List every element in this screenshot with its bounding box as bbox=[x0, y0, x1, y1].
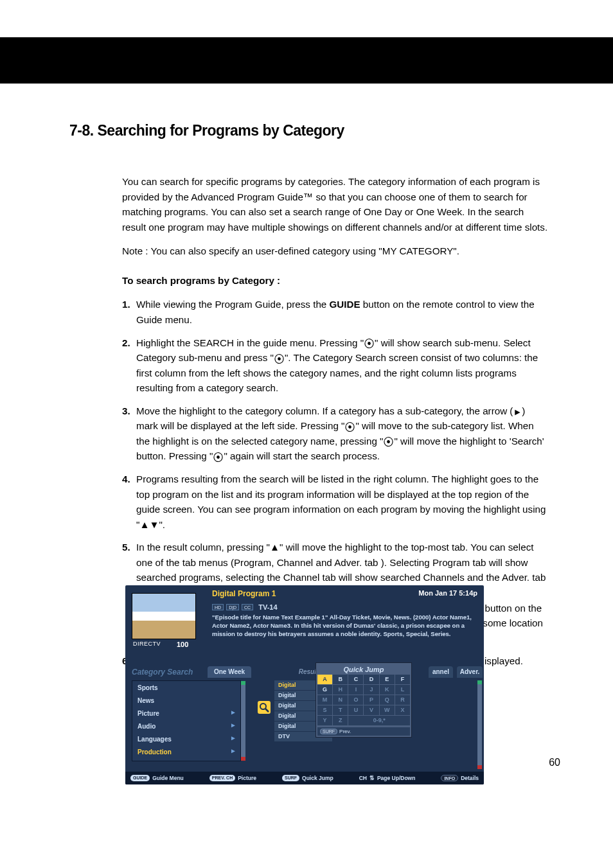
step-number: 5. bbox=[122, 540, 130, 555]
audio-badge: D|D bbox=[226, 604, 239, 610]
hint-quickjump: SURFQuick Jump bbox=[282, 775, 333, 781]
qj-key[interactable]: D bbox=[364, 675, 378, 684]
qj-key[interactable]: N bbox=[333, 695, 348, 705]
cc-badge: CC bbox=[242, 604, 253, 610]
category-list[interactable]: Sports News Picture► Audio► Languages► P… bbox=[132, 680, 241, 761]
qj-key[interactable]: H bbox=[333, 685, 348, 695]
list-item[interactable]: Audio► bbox=[132, 720, 240, 732]
quick-jump-title: Quick Jump bbox=[317, 664, 410, 675]
step-4: 4. Programs resulting from the search wi… bbox=[122, 472, 549, 532]
list-item[interactable]: Languages► bbox=[132, 732, 240, 745]
hd-badge: HD bbox=[212, 604, 224, 610]
qj-key[interactable]: S bbox=[317, 705, 332, 715]
qj-key[interactable]: G bbox=[317, 685, 332, 695]
scrollbar[interactable] bbox=[477, 680, 482, 769]
procedure-subheading: To search programs by Category : bbox=[122, 273, 549, 288]
current-time: Mon Jan 17 5:14p bbox=[418, 589, 477, 597]
step-number: 4. bbox=[122, 472, 130, 487]
quick-jump-prev[interactable]: SURFPrev. bbox=[317, 727, 410, 736]
quick-jump-popup: Quick Jump A B C D E F G H I J K L M N O… bbox=[315, 662, 412, 738]
tv-info-panel: DIRECTV 100 Digital Program 1 Mon Jan 17… bbox=[125, 585, 484, 662]
select-icon: ⦿ bbox=[274, 354, 285, 365]
list-item[interactable]: Sports bbox=[132, 681, 240, 694]
updown-icon: ⇅ bbox=[369, 775, 375, 781]
section-heading: 7-8. Searching for Programs by Category bbox=[69, 122, 549, 139]
rating-label: TV-14 bbox=[258, 603, 277, 611]
qj-key[interactable]: C bbox=[348, 675, 363, 684]
intro-paragraph: You can search for specific programs by … bbox=[122, 174, 549, 235]
note-paragraph: Note : You can also specify an user-defi… bbox=[122, 244, 549, 259]
search-icon bbox=[258, 701, 271, 714]
qj-key-numeric[interactable]: 0-9,* bbox=[348, 716, 410, 725]
hint-picture: PREV. CHPicture bbox=[209, 775, 256, 781]
step-3: 3. Move the highlight to the category co… bbox=[122, 403, 549, 464]
qj-key[interactable]: Z bbox=[333, 716, 348, 725]
select-icon: ⦿ bbox=[364, 339, 375, 350]
qj-key[interactable]: U bbox=[348, 705, 363, 715]
scrollbar[interactable] bbox=[241, 681, 245, 761]
list-item[interactable]: Picture► bbox=[132, 707, 240, 720]
qj-key[interactable]: W bbox=[380, 705, 395, 715]
program-title: Digital Program 1 bbox=[212, 589, 276, 598]
submenu-arrow-icon: ► bbox=[230, 734, 236, 741]
qj-key[interactable]: K bbox=[380, 685, 395, 695]
header-black-band bbox=[0, 37, 613, 84]
qj-key[interactable]: V bbox=[364, 705, 378, 715]
tv-hint-bar: GUIDEGuide Menu PREV. CHPicture SURFQuic… bbox=[125, 772, 484, 784]
category-search-label: Category Search bbox=[132, 668, 193, 677]
search-button[interactable] bbox=[258, 701, 271, 714]
section-number: 7-8. bbox=[69, 122, 94, 139]
channel-logo bbox=[132, 593, 196, 639]
step-1: 1. While viewing the Program Guide, pres… bbox=[122, 297, 549, 327]
logo-brand: DIRECTV bbox=[133, 641, 161, 647]
list-item[interactable]: Production► bbox=[132, 745, 240, 758]
program-badges: HD D|D CC TV-14 bbox=[212, 603, 278, 611]
tv-search-area: Category Search One Week Result annel Ad… bbox=[125, 662, 484, 772]
submenu-arrow-icon: ► bbox=[230, 722, 236, 729]
qj-key[interactable]: O bbox=[348, 695, 363, 705]
list-item[interactable]: News bbox=[132, 694, 240, 707]
right-arrow-icon: ► bbox=[513, 407, 522, 416]
step-number: 3. bbox=[122, 403, 130, 419]
svg-point-0 bbox=[260, 704, 266, 709]
submenu-arrow-icon: ► bbox=[230, 747, 236, 754]
hint-page: CH⇅ Page Up/Down bbox=[359, 775, 416, 781]
hint-guide: GUIDEGuide Menu bbox=[130, 775, 184, 781]
hint-details: INFODetails bbox=[441, 775, 479, 781]
quick-jump-grid: A B C D E F G H I J K L M N O P Q R S T bbox=[317, 675, 410, 725]
page-number: 60 bbox=[549, 757, 560, 768]
qj-key[interactable]: T bbox=[333, 705, 348, 715]
qj-key[interactable]: I bbox=[348, 685, 363, 695]
svg-line-1 bbox=[265, 709, 269, 712]
range-tab[interactable]: One Week bbox=[208, 666, 251, 678]
qj-key[interactable]: R bbox=[395, 695, 410, 705]
channel-tab[interactable]: annel bbox=[429, 666, 453, 678]
program-description: "Episode title for Name Text Example 1" … bbox=[212, 614, 477, 638]
submenu-arrow-icon: ► bbox=[230, 709, 236, 716]
channel-number: 100 bbox=[177, 641, 188, 648]
qj-key[interactable]: Q bbox=[380, 695, 395, 705]
qj-key[interactable]: Y bbox=[317, 716, 332, 725]
select-icon: ⦿ bbox=[213, 452, 224, 463]
select-icon: ⦿ bbox=[383, 437, 394, 448]
step-number: 1. bbox=[122, 297, 130, 312]
adver-tab[interactable]: Adver. bbox=[457, 666, 483, 678]
select-icon: ⦿ bbox=[344, 422, 355, 433]
qj-key[interactable]: B bbox=[333, 675, 348, 684]
surf-pill: SURF bbox=[320, 729, 337, 734]
qj-key[interactable]: F bbox=[395, 675, 410, 684]
qj-key[interactable]: P bbox=[364, 695, 378, 705]
step-number: 2. bbox=[122, 335, 130, 351]
qj-key[interactable]: J bbox=[364, 685, 378, 695]
qj-key[interactable]: X bbox=[395, 705, 410, 715]
qj-key[interactable]: A bbox=[317, 675, 332, 684]
step-2: 2. Highlight the SEARCH in the guide men… bbox=[122, 335, 549, 396]
tv-screenshot-figure: DIRECTV 100 Digital Program 1 Mon Jan 17… bbox=[125, 585, 484, 784]
section-title-text: Searching for Programs by Category bbox=[98, 122, 344, 139]
qj-key[interactable]: L bbox=[395, 685, 410, 695]
qj-key[interactable]: E bbox=[380, 675, 395, 684]
qj-key[interactable]: M bbox=[317, 695, 332, 705]
